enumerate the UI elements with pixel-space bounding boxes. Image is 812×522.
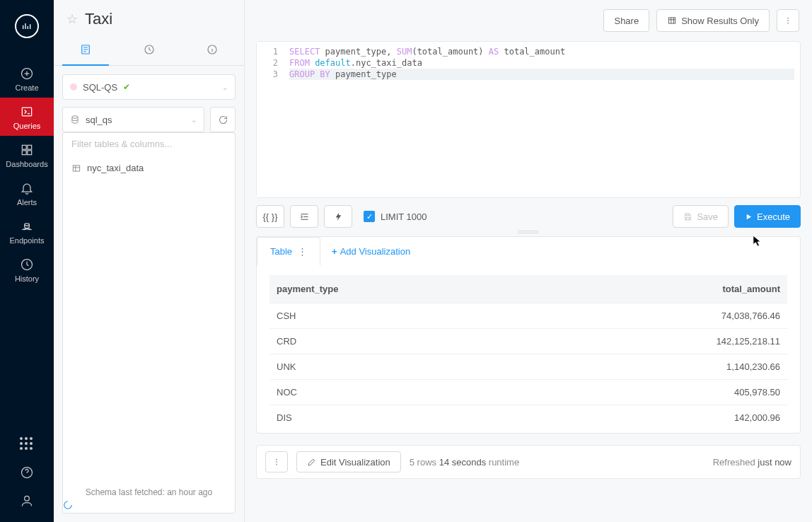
save-button[interactable]: Save xyxy=(673,205,729,228)
table-item[interactable]: nyc_taxi_data xyxy=(70,156,228,180)
apps-grid-icon[interactable] xyxy=(20,437,34,451)
svg-point-17 xyxy=(787,20,789,21)
table-row: CSH74,038,766.46 xyxy=(269,303,787,329)
more-menu-button[interactable] xyxy=(777,9,799,32)
svg-rect-3 xyxy=(28,145,32,149)
svg-point-20 xyxy=(276,461,277,463)
svg-point-21 xyxy=(276,464,277,465)
save-icon xyxy=(683,212,692,221)
results-tab-table[interactable]: Table ⋮ xyxy=(257,237,320,266)
edit-visualization-button[interactable]: Edit Visualization xyxy=(296,451,401,472)
add-visualization-button[interactable]: + Add Visualization xyxy=(320,238,422,265)
nav-rail: Create Queries Dashboards Alerts Endpoin… xyxy=(0,0,54,522)
svg-rect-5 xyxy=(28,151,32,155)
nav-endpoints-label: Endpoints xyxy=(10,236,45,245)
svg-point-13 xyxy=(72,116,78,119)
database-name: sql_qs xyxy=(86,115,112,125)
column-header[interactable]: payment_type xyxy=(269,275,525,303)
app-logo[interactable] xyxy=(15,14,39,38)
lightning-icon xyxy=(334,212,343,221)
main-area: Share Show Results Only 123 SELECT payme… xyxy=(245,0,812,522)
table-icon xyxy=(667,16,677,25)
page-title: Taxi xyxy=(85,10,112,28)
chevron-down-icon: ⌄ xyxy=(191,116,197,124)
refresh-icon xyxy=(218,115,228,125)
svg-point-6 xyxy=(25,224,30,226)
results-status: 5 rows 14 seconds runtime xyxy=(410,457,519,468)
svg-rect-2 xyxy=(22,145,26,149)
svg-point-18 xyxy=(787,23,789,24)
kebab-icon xyxy=(783,16,793,25)
info-icon xyxy=(206,43,219,56)
nav-create-label: Create xyxy=(15,83,38,92)
refreshed-status: Refreshed just now xyxy=(713,457,791,468)
chevron-down-icon: ⌄ xyxy=(222,83,228,91)
table-icon xyxy=(71,163,81,173)
play-icon xyxy=(745,213,753,221)
check-icon: ✔ xyxy=(123,82,130,92)
results-table: payment_typetotal_amount CSH74,038,766.4… xyxy=(269,275,787,430)
limit-checkbox[interactable]: ✓ LIMIT 1000 xyxy=(364,211,427,222)
nav-history-label: History xyxy=(15,274,39,283)
nav-history[interactable]: History xyxy=(0,250,54,289)
kebab-icon xyxy=(272,457,282,467)
svg-point-19 xyxy=(276,459,277,460)
svg-point-16 xyxy=(787,18,789,19)
clock-icon xyxy=(143,43,156,56)
results-more-button[interactable] xyxy=(265,451,288,472)
column-header[interactable]: total_amount xyxy=(525,275,787,303)
tab-menu-icon[interactable]: ⋮ xyxy=(298,246,307,257)
refresh-schema-button[interactable] xyxy=(210,107,236,132)
share-button[interactable]: Share xyxy=(603,9,649,32)
filter-tables-input[interactable] xyxy=(70,133,228,156)
svg-point-9 xyxy=(25,496,30,501)
loading-spinner-icon xyxy=(63,500,235,510)
table-row: UNK1,140,230.66 xyxy=(269,354,787,380)
resize-handle[interactable] xyxy=(245,231,812,233)
edit-icon xyxy=(307,458,316,467)
star-icon[interactable]: ☆ xyxy=(66,11,78,27)
user-icon[interactable] xyxy=(20,494,34,508)
help-icon[interactable] xyxy=(20,465,34,480)
schema-tab-datasource[interactable] xyxy=(54,34,117,65)
svg-rect-14 xyxy=(73,165,79,170)
indent-icon xyxy=(299,211,310,222)
nav-queries[interactable]: Queries xyxy=(0,98,54,136)
datasource-name: SQL-QS xyxy=(83,82,117,93)
nav-create[interactable]: Create xyxy=(0,59,54,98)
svg-rect-4 xyxy=(22,151,26,155)
table-row: NOC405,978.50 xyxy=(269,380,787,405)
nav-queries-label: Queries xyxy=(13,122,41,130)
datasource-select[interactable]: SQL-QS ✔ ⌄ xyxy=(62,74,236,100)
table-row: DIS142,000.96 xyxy=(269,405,787,431)
database-select[interactable]: sql_qs ⌄ xyxy=(62,107,204,132)
show-results-only-button[interactable]: Show Results Only xyxy=(656,9,770,32)
format-query-button[interactable] xyxy=(290,205,318,228)
nav-endpoints[interactable]: Endpoints xyxy=(0,212,54,250)
nav-alerts[interactable]: Alerts xyxy=(0,174,54,212)
nav-dashboards-label: Dashboards xyxy=(6,160,47,168)
datasource-status-icon xyxy=(70,83,77,91)
schema-sidebar: ☆ Taxi SQL-QS ✔ ⌄ sql_qs ⌄ xyxy=(54,0,245,522)
explain-button[interactable] xyxy=(324,205,352,228)
schema-last-fetched: Schema last fetched: an hour ago xyxy=(63,487,235,497)
execute-button[interactable]: Execute xyxy=(734,205,801,228)
sql-editor[interactable]: 123 SELECT payment_type, SUM(total_amoun… xyxy=(256,41,801,198)
datasource-icon xyxy=(79,43,92,56)
editor-code[interactable]: SELECT payment_type, SUM(total_amount) A… xyxy=(284,42,800,197)
table-row: CRD142,125,218.11 xyxy=(269,329,787,354)
query-params-button[interactable]: {{ }} xyxy=(256,205,284,228)
schema-tab-info[interactable] xyxy=(180,34,244,65)
database-icon xyxy=(70,115,80,124)
editor-gutter: 123 xyxy=(257,42,284,197)
nav-dashboards[interactable]: Dashboards xyxy=(0,136,54,174)
schema-tab-history[interactable] xyxy=(117,34,181,65)
nav-alerts-label: Alerts xyxy=(17,198,37,207)
svg-rect-15 xyxy=(669,18,675,23)
checkbox-checked-icon: ✓ xyxy=(364,211,375,222)
